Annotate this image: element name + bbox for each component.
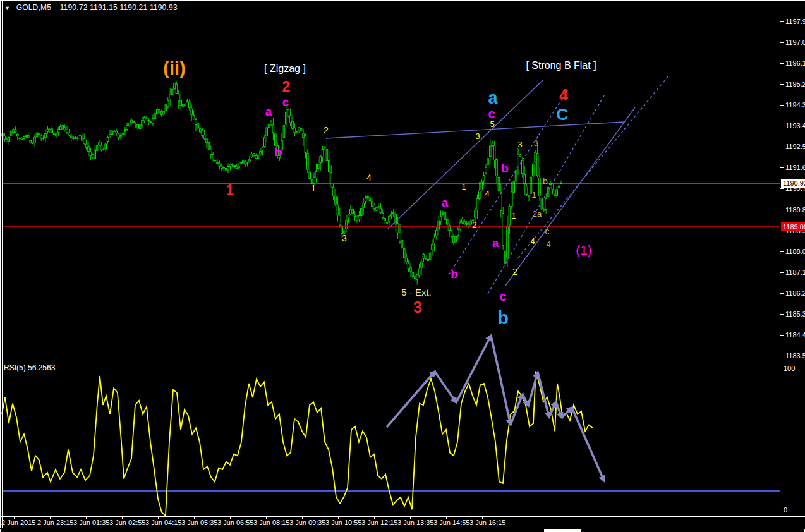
wave-label[interactable]: [ Zigzag ] [264,64,306,74]
scrollbar-track-left[interactable] [0,529,545,532]
wave-label[interactable]: 2 [282,80,291,94]
candle-body [352,209,354,214]
elliott-wave-arrow[interactable] [387,372,435,427]
dashed-channel-trendline[interactable] [518,76,669,258]
wave-label[interactable]: 2a [533,210,542,218]
wave-label[interactable]: c [499,290,506,303]
red-level-price-badge: 1189.06 [781,222,805,231]
candle-body [535,152,536,162]
wave-label[interactable]: C [557,106,569,123]
pane-separator-top[interactable] [0,358,805,358]
candle-body [324,147,326,148]
price-tick-label: 1194.30 [785,101,805,109]
candle-body [214,160,216,160]
price-tick-label: 1191.60 [785,164,805,171]
candle-body [94,150,96,158]
wave-label[interactable]: c [545,227,550,236]
rsi-indicator-label: RSI(5) 56.2563 [4,363,55,372]
price-tick-mark [780,314,784,315]
candle-body [120,136,122,137]
wave-label[interactable]: a [492,237,499,249]
wave-label[interactable]: 2 [324,126,329,135]
wave-label[interactable]: 5 - Ext. [401,287,432,297]
candle-body [378,207,380,207]
wave-label[interactable]: b [451,268,458,280]
scrollbar-thumb[interactable] [545,529,580,532]
wave-label[interactable]: 1 [226,183,234,198]
candle-body [346,221,348,229]
elliott-wave-arrow[interactable] [491,336,511,425]
wave-label[interactable]: 4 [546,240,550,248]
wave-label[interactable]: 4 [366,173,372,182]
candle-body [174,83,176,89]
candle-body [476,199,478,210]
wave-label[interactable]: 3 [413,299,422,315]
pane-separator-bottom[interactable] [0,361,805,361]
elliott-wave-arrow[interactable] [456,336,491,402]
candle-body [466,224,468,225]
candle-body [305,136,306,152]
wave-label[interactable]: b [274,146,282,158]
candle-body [232,164,234,165]
candle-body [51,129,53,133]
candle-body [442,213,444,214]
wave-label[interactable]: 4 [530,237,535,245]
elliott-wave-arrow[interactable] [549,402,556,417]
wave-label[interactable]: b [501,162,509,174]
candle-body [283,126,285,138]
wave-label[interactable]: b [497,309,509,327]
wave-label[interactable]: 1 [511,212,516,220]
candle-body [485,167,487,173]
candle-body [298,128,300,131]
elliott-wave-arrow[interactable] [435,372,456,402]
wave-label[interactable]: 4 [485,190,489,198]
candle-body [492,143,493,146]
price-tick-label: 1197.90 [785,18,805,25]
candle-body [116,131,118,133]
wave-label[interactable]: c [282,96,289,108]
wave-label[interactable]: 4 [559,87,568,103]
wave-label[interactable]: [ Strong B Flat ] [526,61,596,71]
candle-body [455,236,457,242]
candle-body [453,236,455,242]
candle-body [556,190,558,196]
wave-label[interactable]: b [543,177,548,186]
ohlc-values: 1190.72 1191.15 1190.21 1190.93 [60,3,178,12]
wave-label[interactable]: a [265,106,272,118]
wave-label[interactable]: (1) [576,243,592,257]
wave-label[interactable]: c [488,107,495,120]
candle-body [82,136,83,140]
wave-label[interactable]: 1 [461,183,466,191]
wave-label[interactable]: 5 [490,120,494,128]
wave-label[interactable]: (ii) [163,59,185,78]
candle-body [390,214,392,216]
elliott-wave-arrow[interactable] [528,372,538,406]
wave-label[interactable]: 1 [531,191,536,199]
symbol-dropdown-icon[interactable]: ▼ [4,5,10,11]
wave-label[interactable]: 2 [512,267,518,276]
wave-label[interactable]: 2 [472,221,477,229]
candle-body [150,122,152,123]
candle-body [225,168,227,170]
candle-body [522,160,524,173]
candle-body [524,174,526,184]
candle-body [511,192,513,206]
wave-label[interactable]: 3 [533,139,538,147]
wave-label[interactable]: 3 [518,140,522,148]
elliott-wave-arrow[interactable] [538,372,549,417]
candle-body [182,104,184,106]
elliott-wave-arrow[interactable] [572,408,604,481]
candle-body [8,137,10,141]
wave-label[interactable]: 1 [311,184,316,193]
candle-body [223,167,225,168]
wave-label[interactable]: a [442,196,449,209]
candle-body [203,135,205,139]
wave-label[interactable]: 3 [475,132,480,140]
elliott-wave-arrow[interactable] [562,408,572,418]
solid-trendline[interactable] [505,107,635,286]
wave-label[interactable]: 3 [342,234,347,243]
candle-body [118,134,119,138]
candle-body [483,176,485,181]
scrollbar-track-right[interactable] [580,529,805,532]
wave-label[interactable]: a [488,90,497,107]
